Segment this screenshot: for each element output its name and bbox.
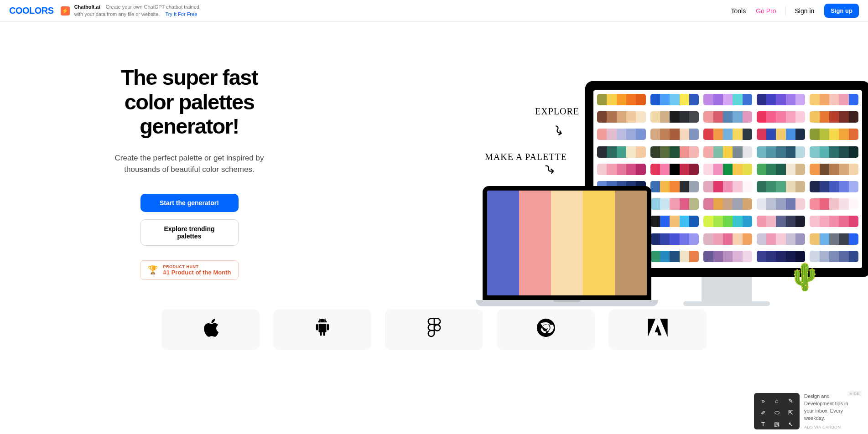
sponsor-text: Chatbolt.ai Create your own ChatGPT chat…	[74, 4, 202, 18]
palette-swatch	[615, 191, 647, 295]
palette-mini	[810, 181, 858, 192]
palette-mini	[703, 94, 752, 105]
palette-mini	[703, 146, 752, 158]
palette-mini	[597, 146, 646, 158]
palette-mini	[810, 146, 858, 158]
sign-up-button[interactable]: Sign up	[824, 4, 859, 18]
palette-mini	[650, 111, 699, 123]
palette-mini	[650, 94, 699, 105]
ph-top-label: PRODUCT HUNT	[163, 264, 231, 269]
palette-mini	[810, 198, 858, 210]
figma-icon	[427, 318, 441, 342]
monitor-stand	[702, 277, 752, 302]
hero-section: The super fast color palettes generator!…	[0, 22, 868, 295]
palette-mini	[650, 129, 699, 140]
palette-swatch	[551, 191, 583, 295]
palette-mini	[757, 181, 806, 192]
palette-mini	[757, 198, 806, 210]
header-right: Tools Go Pro Sign in Sign up	[731, 4, 859, 18]
nav-sign-in[interactable]: Sign in	[795, 7, 815, 15]
ph-text: PRODUCT HUNT #1 Product of the Month	[163, 264, 231, 276]
svg-point-0	[434, 325, 440, 331]
palette-mini	[597, 111, 646, 123]
laptop-screen	[483, 186, 651, 300]
product-hunt-badge[interactable]: 🏆 PRODUCT HUNT #1 Product of the Month	[140, 260, 239, 280]
ph-bottom-label: #1 Product of the Month	[163, 269, 231, 276]
palette-mini	[597, 94, 646, 105]
platform-adobe[interactable]	[608, 309, 707, 350]
palette-mini	[810, 233, 858, 245]
nav-tools[interactable]: Tools	[731, 7, 746, 15]
palette-mini	[703, 111, 752, 123]
explore-handwritten-label: EXPLORE	[535, 106, 579, 117]
laptop-base	[476, 300, 658, 306]
android-icon	[315, 319, 330, 341]
palette-mini	[757, 251, 806, 262]
palette-mini	[757, 111, 806, 123]
platform-figma[interactable]	[385, 309, 483, 350]
sponsor-icon: ⚡	[61, 6, 70, 16]
palette-mini	[757, 129, 806, 140]
nav-go-pro[interactable]: Go Pro	[756, 7, 776, 15]
palette-mini	[810, 94, 858, 105]
palette-mini	[703, 251, 752, 262]
palette-swatch	[583, 191, 615, 295]
palette-mini	[757, 164, 806, 175]
palette-mini	[757, 233, 806, 245]
app-header: COOLORS ⚡ Chatbolt.ai Create your own Ch…	[0, 0, 868, 22]
sponsor-link[interactable]: Try It For Free	[165, 11, 197, 17]
logo[interactable]: COOLORS	[9, 5, 54, 16]
arrow-icon: ↝	[549, 121, 567, 138]
palette-mini	[757, 146, 806, 158]
apple-icon	[202, 318, 219, 342]
palette-mini	[703, 164, 752, 175]
palette-mini	[650, 146, 699, 158]
palette-mini	[810, 164, 858, 175]
palette-mini	[597, 164, 646, 175]
sponsor-title: Chatbolt.ai	[74, 4, 100, 10]
nav-divider	[785, 6, 786, 16]
palette-mini	[650, 164, 699, 175]
palette-mini	[810, 129, 858, 140]
cactus-icon: 🌵	[788, 261, 821, 292]
chrome-icon	[537, 319, 555, 341]
platform-ios[interactable]	[161, 309, 260, 350]
palette-mini	[810, 216, 858, 227]
palette-mini	[757, 216, 806, 227]
palette-mini	[703, 181, 752, 192]
start-generator-button[interactable]: Start the generator!	[140, 194, 239, 212]
palette-mini	[810, 251, 858, 262]
hero-title: The super fast color palettes generator!	[98, 65, 281, 139]
explore-trending-button[interactable]: Explore trending palettes	[140, 219, 239, 246]
palette-mini	[757, 94, 806, 105]
header-left: COOLORS ⚡ Chatbolt.ai Create your own Ch…	[9, 4, 202, 18]
adobe-icon	[648, 319, 668, 341]
palette-mini	[810, 111, 858, 123]
palette-swatch	[519, 191, 551, 295]
palette-mini	[703, 216, 752, 227]
header-sponsor[interactable]: ⚡ Chatbolt.ai Create your own ChatGPT ch…	[61, 4, 202, 18]
palette-swatch	[487, 191, 519, 295]
trophy-icon: 🏆	[148, 265, 158, 275]
platform-android[interactable]	[273, 309, 371, 350]
platform-chrome[interactable]	[497, 309, 595, 350]
make-palette-handwritten-label: MAKE A PALETTE	[485, 152, 567, 162]
hero-copy: The super fast color palettes generator!…	[98, 45, 281, 282]
hero-subtitle: Create the perfect palette or get inspir…	[98, 152, 281, 176]
palette-mini	[703, 198, 752, 210]
laptop-palette	[487, 191, 647, 295]
palette-mini	[597, 129, 646, 140]
palette-mini	[703, 233, 752, 245]
laptop-mockup	[476, 186, 658, 306]
palette-mini	[703, 129, 752, 140]
